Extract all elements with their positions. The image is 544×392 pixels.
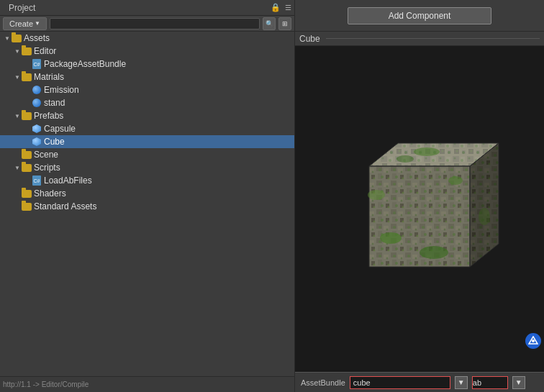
tree-item-editor[interactable]: Editor xyxy=(0,45,294,58)
script-icon-loadabfiles: C# xyxy=(32,176,42,186)
assetbundle-label: AssetBundle xyxy=(301,378,345,387)
preview-title: Cube xyxy=(299,34,320,44)
tree-item-shaders[interactable]: Shaders xyxy=(0,187,294,200)
label-scripts: Scripts xyxy=(34,163,60,173)
preview-header-line xyxy=(326,38,540,39)
assetbundle-variant-input[interactable] xyxy=(472,376,508,389)
folder-icon-assets xyxy=(12,33,22,43)
panel-status-bar: http://1.1 -> Editor/Compile xyxy=(0,376,294,392)
moss-right-1 xyxy=(479,208,490,225)
assetbundle-variant-dropdown-btn[interactable]: ▼ xyxy=(512,376,525,389)
tree-item-assets[interactable]: Assets xyxy=(0,32,294,45)
moss-patch-2 xyxy=(420,246,448,259)
tree-item-prefabs[interactable]: Prefabs xyxy=(0,109,294,122)
arrow-empty xyxy=(13,202,22,211)
sphere-icon-emission xyxy=(32,85,42,95)
prefab-icon-cube xyxy=(32,137,42,147)
tree-item-emission[interactable]: Emission xyxy=(0,83,294,96)
label-emission: Emission xyxy=(44,85,79,95)
label-packageassetbundle: PackageAssetBundle xyxy=(44,59,126,69)
create-dropdown-arrow: ▼ xyxy=(35,20,40,27)
arrow-editor xyxy=(13,47,22,55)
menu-icon[interactable]: ☰ xyxy=(285,4,291,12)
search-input[interactable] xyxy=(50,18,260,29)
search-button[interactable]: 🔍 xyxy=(263,17,276,30)
lock-icon[interactable]: 🔒 xyxy=(271,3,281,12)
search-icon: 🔍 xyxy=(266,20,273,27)
tree-item-packageassetbundle[interactable]: C# PackageAssetBundle xyxy=(0,58,294,70)
layout-icon: ⊞ xyxy=(282,20,288,27)
label-stand: stand xyxy=(44,98,65,108)
folder-icon-editor xyxy=(22,46,32,56)
moss-top-2 xyxy=(396,155,414,163)
svg-point-19 xyxy=(532,339,535,342)
label-standardassets: Standard Assets xyxy=(34,201,96,211)
script-icon-packageassetbundle: C# xyxy=(32,59,42,69)
project-panel: Project 🔒 ☰ Create ▼ 🔍 ⊞ xyxy=(0,0,295,392)
add-component-label: Add Component xyxy=(389,11,451,21)
layout-button[interactable]: ⊞ xyxy=(278,17,291,30)
arrow-empty xyxy=(23,137,32,146)
arrow-scripts xyxy=(13,163,22,172)
unity-logo-icon xyxy=(528,336,538,346)
prefab-icon-capsule xyxy=(32,124,42,134)
project-tab-title[interactable]: Project xyxy=(3,1,41,14)
arrow-assets xyxy=(3,34,12,42)
arrow-empty xyxy=(23,176,32,185)
arrow-empty xyxy=(23,60,32,68)
assetbundle-bar: AssetBundle ▼ ▼ xyxy=(295,372,544,392)
tree-item-cube[interactable]: Cube xyxy=(0,135,294,148)
label-editor: Editor xyxy=(34,46,56,56)
status-text: http://1.1 -> Editor/Compile xyxy=(3,380,89,388)
cube-preview-svg xyxy=(319,109,520,310)
folder-icon-standardassets xyxy=(22,201,32,211)
assetbundle-dropdown-btn[interactable]: ▼ xyxy=(455,376,468,389)
add-component-button[interactable]: Add Component xyxy=(348,7,491,24)
label-capsule: Capsule xyxy=(44,124,76,134)
assetbundle-input[interactable] xyxy=(350,376,450,389)
tree-item-capsule[interactable]: Capsule xyxy=(0,122,294,135)
label-loadabfiles: LoadAbFiles xyxy=(44,176,92,186)
arrow-empty xyxy=(23,124,32,133)
project-panel-header: Project 🔒 ☰ xyxy=(0,0,294,16)
moss-top-1 xyxy=(414,147,440,156)
preview-content xyxy=(295,46,544,372)
label-prefabs: Prefabs xyxy=(34,111,63,121)
arrow-empty xyxy=(23,86,32,94)
moss-patch-4 xyxy=(368,190,385,200)
label-scene: Scene xyxy=(34,150,58,160)
arrow-prefabs xyxy=(13,111,22,120)
project-toolbar: Create ▼ 🔍 ⊞ xyxy=(0,16,294,32)
add-component-bar: Add Component xyxy=(295,0,544,32)
folder-icon-scripts xyxy=(22,163,32,173)
create-button[interactable]: Create ▼ xyxy=(3,17,47,30)
tab-icons: 🔒 ☰ xyxy=(271,3,291,12)
moss-patch-3 xyxy=(448,176,463,185)
label-shaders: Shaders xyxy=(34,188,66,199)
create-label: Create xyxy=(9,19,33,28)
unity-circle-button[interactable] xyxy=(525,333,541,349)
folder-icon-matrials xyxy=(22,72,32,82)
tree-item-loadabfiles[interactable]: C# LoadAbFiles xyxy=(0,174,294,187)
label-cube: Cube xyxy=(44,137,65,147)
arrow-empty xyxy=(13,150,22,159)
label-assets: Assets xyxy=(24,33,50,43)
folder-icon-prefabs xyxy=(22,111,32,121)
folder-icon-shaders xyxy=(22,188,32,199)
label-matrials: Matrials xyxy=(34,72,64,82)
inspector-panel: Add Component Cube xyxy=(295,0,544,392)
arrow-empty xyxy=(13,189,22,198)
preview-header: Cube xyxy=(295,32,544,46)
tree-item-stand[interactable]: stand xyxy=(0,96,294,109)
tree-item-standardassets[interactable]: Standard Assets xyxy=(0,200,294,213)
moss-patch-1 xyxy=(380,232,402,244)
project-tree: Assets Editor C# PackageAssetBundle xyxy=(0,32,294,376)
arrow-empty xyxy=(23,99,32,107)
tree-item-matrials[interactable]: Matrials xyxy=(0,70,294,83)
folder-icon-scene xyxy=(22,150,32,160)
sphere-icon-stand xyxy=(32,98,42,108)
tree-item-scripts[interactable]: Scripts xyxy=(0,161,294,174)
arrow-matrials xyxy=(13,73,22,81)
tree-item-scene[interactable]: Scene xyxy=(0,148,294,161)
preview-panel: Cube xyxy=(295,32,544,392)
